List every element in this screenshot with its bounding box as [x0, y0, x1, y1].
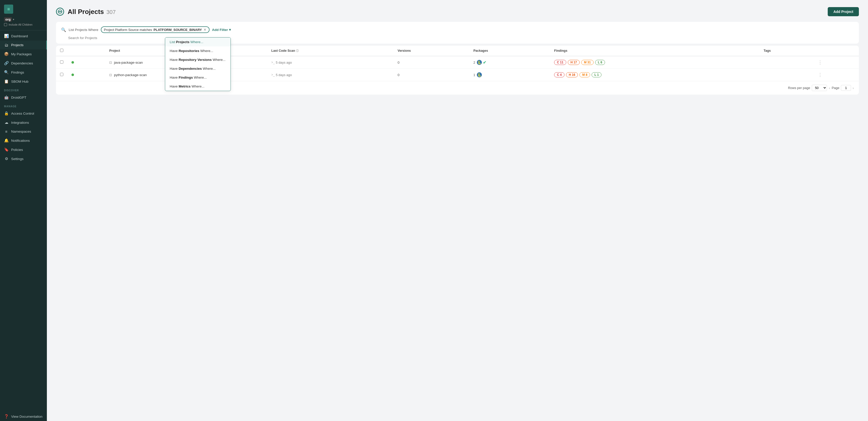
include-all-checkbox[interactable] [4, 23, 7, 26]
dropdown-item-have-findings[interactable]: Have Findings Where... [165, 73, 230, 82]
rows-per-page-label: Rows per page [788, 86, 810, 90]
finding-badge-critical: C 11 [554, 60, 566, 65]
main-content: All Projects 307 Add Project 🔍 List Proj… [47, 0, 868, 421]
dropdown-item-have-repo-versions[interactable]: Have Repository Versions Where... [165, 55, 230, 64]
page-title-text: All Projects [68, 8, 104, 16]
sidebar-item-label: Policies [11, 148, 23, 152]
row-findings: C 4 H 16 M 8 L 1 [550, 69, 760, 81]
row-more-button[interactable]: ⋮ [818, 72, 823, 78]
row-last-scan: >_ 5 days ago [267, 56, 394, 69]
dropdown-item-have-deps[interactable]: Have Dependencies Where... [165, 64, 230, 73]
sidebar-item-projects[interactable]: 🗂 Projects [0, 40, 47, 50]
header-last-scan[interactable]: Last Code Scan ⓘ [267, 46, 394, 56]
finding-badge-critical: C 4 [554, 72, 564, 77]
status-dot-green [71, 61, 74, 64]
header-checkbox-col[interactable] [56, 46, 67, 56]
header-actions [814, 46, 859, 56]
dropdown-item-list-projects[interactable]: List Projects Where... [165, 37, 230, 47]
header-versions[interactable]: Versions [394, 46, 469, 56]
versions-count: 0 [398, 61, 400, 64]
projects-icon: 🗂 [4, 43, 9, 47]
finding-badge-low: L 6 [595, 60, 605, 65]
sidebar-item-label: Settings [11, 157, 24, 161]
vue-icon: ✔ [483, 60, 486, 65]
header-status [67, 46, 105, 56]
sidebar-item-label: Notifications [11, 139, 30, 143]
row-more[interactable]: ⋮ [814, 69, 859, 81]
select-all-checkbox[interactable] [60, 49, 63, 52]
sidebar-item-droidgpt[interactable]: 🤖 DroidGPT [0, 93, 47, 102]
sidebar-item-label: Projects [11, 43, 24, 47]
page-title-count: 307 [106, 9, 116, 16]
prev-page-button[interactable]: ‹ [829, 86, 830, 90]
row-more-button[interactable]: ⋮ [818, 60, 823, 65]
findings-col: C 4 H 16 M 8 L 1 [554, 72, 755, 77]
python-icon: 🐍 [477, 72, 482, 77]
sidebar-item-access-control[interactable]: 🔒 Access Control [0, 109, 47, 118]
project-name-text: python-package-scan [114, 73, 147, 77]
page-input[interactable] [841, 85, 851, 91]
namespaces-icon: ≡ [4, 129, 9, 134]
main-area: All Projects 307 Add Project 🔍 List Proj… [47, 0, 868, 421]
rows-per-page-select[interactable]: 50 25 100 [812, 85, 827, 91]
row-packages: 2 🐍 ✔ [469, 56, 550, 69]
search-icon-button[interactable]: 🔍 [61, 27, 66, 32]
sidebar-item-integrations[interactable]: ☁ Integrations [0, 118, 47, 127]
sidebar-item-label: DroidGPT [11, 95, 26, 100]
header-packages[interactable]: Packages [469, 46, 550, 56]
header-tags[interactable]: Tags [760, 46, 814, 56]
add-filter-button[interactable]: Add Filter ▾ [212, 28, 231, 32]
sidebar-item-dashboard[interactable]: 📊 Dashboard [0, 31, 47, 40]
next-page-button[interactable]: › [852, 86, 854, 90]
scan-time: >_ 5 days ago [271, 73, 390, 77]
page-nav: ‹ Page › [829, 85, 854, 91]
sidebar-item-notifications[interactable]: 🔔 Notifications [0, 136, 47, 145]
packages-count: 2 [473, 61, 475, 64]
sidebar-item-settings[interactable]: ⚙ Settings [0, 154, 47, 163]
app-logo-icon: ≡ [4, 5, 13, 14]
sidebar-item-label: Access Control [11, 112, 34, 115]
row-select-checkbox[interactable] [60, 60, 63, 64]
filter-label: List Projects Where [69, 28, 98, 32]
sidebar-item-dependencies[interactable]: 🔗 Dependencies [0, 59, 47, 68]
discover-section-label: DISCOVER [0, 86, 47, 93]
sidebar-item-my-packages[interactable]: 📦 My Packages [0, 50, 47, 59]
row-select-checkbox[interactable] [60, 73, 63, 76]
include-all-children-row[interactable]: Include All Children [0, 22, 47, 29]
sidebar: ≡ org ▾ Include All Children 📊 Dashboard… [0, 0, 47, 421]
filter-chip-text: Project Platform Source matches [104, 28, 152, 32]
page-header: All Projects 307 Add Project [56, 7, 859, 16]
sidebar-item-policies[interactable]: 🔖 Policies [0, 145, 47, 154]
sidebar-item-namespaces[interactable]: ≡ Namespaces [0, 127, 47, 136]
sidebar-item-label: My Packages [11, 52, 32, 56]
row-checkbox[interactable] [56, 56, 67, 69]
chevron-down-icon: ▾ [229, 28, 231, 32]
add-project-button[interactable]: Add Project [828, 7, 859, 16]
row-checkbox[interactable] [56, 69, 67, 81]
dropdown-item-have-metrics[interactable]: Have Metrics Where... [165, 82, 230, 91]
sidebar-item-view-documentation[interactable]: ❓ View Documentation [0, 412, 47, 421]
header-findings[interactable]: Findings [550, 46, 760, 56]
finding-badge-medium: M 31 [581, 60, 594, 65]
org-row[interactable]: org ▾ [0, 16, 47, 22]
row-status [67, 56, 105, 69]
terminal-icon: >_ [271, 61, 275, 64]
sidebar-item-findings[interactable]: 🔍 Findings [0, 68, 47, 77]
row-status [67, 69, 105, 81]
row-more[interactable]: ⋮ [814, 56, 859, 69]
finding-badge-medium: M 8 [580, 72, 590, 77]
filter-chip-close-button[interactable]: ✕ [204, 28, 207, 32]
org-name[interactable]: org [4, 17, 12, 22]
dashboard-icon: 📊 [4, 34, 9, 38]
cloud-icon: ☁ [4, 120, 9, 125]
dependencies-icon: 🔗 [4, 61, 9, 65]
row-versions: 0 [394, 56, 469, 69]
dropdown-item-have-repos[interactable]: Have Repositories Where... [165, 47, 230, 55]
finding-badge-high: H 16 [566, 72, 578, 77]
project-type-icon: ⊡ [109, 61, 112, 64]
info-icon: ⓘ [296, 49, 299, 52]
filter-row: 🔍 List Projects Where Project Platform S… [61, 26, 854, 33]
packages-count: 1 [473, 73, 475, 77]
sidebar-item-sbom-hub[interactable]: 📋 SBOM Hub [0, 77, 47, 86]
filter-chip-value: PLATFORM_SOURCE_BINARY [154, 28, 202, 32]
